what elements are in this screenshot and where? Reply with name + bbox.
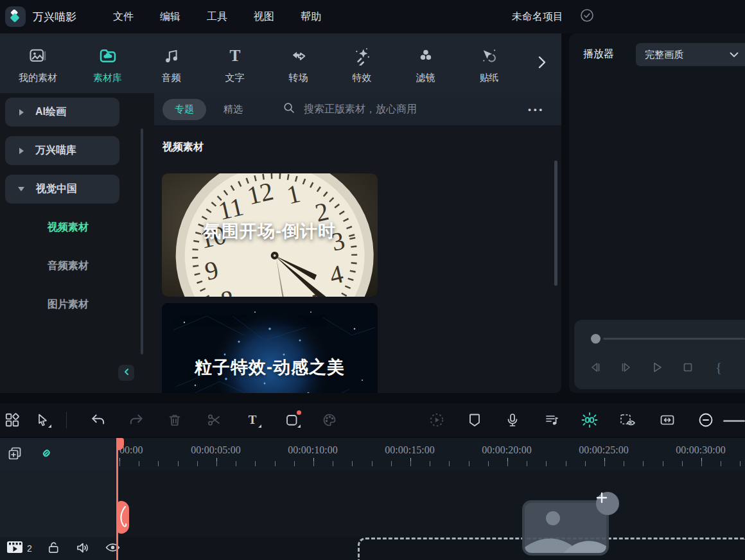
seek-track[interactable] (603, 338, 745, 340)
drag-curve-icon (118, 505, 127, 530)
sidebar-item-image-assets[interactable]: 图片素材 (48, 298, 89, 311)
link-clips-button[interactable] (39, 446, 54, 463)
select-tool-button[interactable] (33, 410, 53, 430)
next-frame-button[interactable] (619, 360, 633, 375)
zoom-out-icon (697, 411, 715, 429)
sidebar-group-label: AI绘画 (35, 105, 66, 119)
music-list-icon (544, 412, 559, 428)
search-icon (283, 102, 295, 116)
sidebar-collapse-button[interactable] (118, 365, 134, 381)
image-placeholder-icon (525, 503, 606, 553)
add-track-button[interactable] (6, 445, 23, 464)
section-title: 视频素材 (162, 141, 204, 154)
sidebar-group-label: 万兴喵库 (35, 144, 76, 157)
tabs-overflow-button[interactable] (536, 33, 557, 93)
play-button[interactable] (650, 360, 664, 375)
stock-video-card[interactable]: 粒子特效-动感之美 (162, 303, 378, 393)
dropdown-corner-icon (48, 424, 51, 428)
timeline-ruler[interactable]: 00:00 00:00:05:00 00:00:10:00 00:00:15:0… (116, 438, 745, 470)
add-marker-button[interactable] (464, 410, 485, 430)
speaker-icon (75, 540, 91, 556)
render-eye-icon (619, 412, 637, 428)
magic-wand-icon (353, 46, 372, 67)
fit-timeline-button[interactable] (657, 410, 678, 430)
sidebar-scrollbar[interactable] (141, 128, 143, 354)
tab-label: 文字 (225, 72, 245, 84)
toolbar-divider (66, 412, 67, 428)
eye-icon (105, 539, 121, 556)
voiceover-button[interactable] (502, 410, 523, 430)
more-options-icon[interactable]: ••• (528, 105, 545, 114)
results-scrollbar[interactable] (554, 161, 557, 286)
sidebar-item-audio-assets[interactable]: 音频素材 (48, 259, 89, 273)
notification-dot (297, 410, 301, 415)
split-clip-button[interactable] (204, 410, 224, 430)
chevron-right-icon (536, 54, 548, 73)
media-library-panel: 我的素材 素材库 音频 (0, 33, 561, 393)
tab-transitions[interactable]: 转场 (267, 33, 330, 93)
library-sidebar: AI绘画 万兴喵库 视觉中国 视频素材 音频素材 图片素材 (0, 93, 154, 393)
stock-library-icon (98, 46, 118, 67)
sidebar-group-vcg[interactable]: 视觉中国 (5, 175, 119, 204)
undo-button[interactable] (88, 410, 109, 430)
menu-item-help[interactable]: 帮助 (301, 10, 321, 24)
playhead-line[interactable] (116, 438, 118, 560)
tab-stock-library[interactable]: 素材库 (76, 33, 139, 93)
mute-track-button[interactable] (75, 540, 91, 557)
chip-topics[interactable]: 专题 (162, 99, 206, 120)
stock-video-card[interactable]: 1212 345 11109 876 氛围开场-倒计时 (162, 173, 378, 297)
mark-in-button[interactable]: { (712, 360, 726, 375)
sidebar-item-video-assets[interactable]: 视频素材 (48, 221, 89, 234)
tab-my-media[interactable]: 我的素材 (0, 33, 76, 93)
editing-toolbar: T (0, 403, 745, 437)
tab-effects[interactable]: 特效 (330, 33, 394, 93)
redo-button[interactable] (126, 410, 146, 430)
tab-filters[interactable]: 滤镜 (394, 33, 457, 93)
app-title: 万兴喵影 (33, 10, 76, 24)
menu-bar: 文件 编辑 工具 视图 帮助 (113, 10, 321, 24)
lock-track-button[interactable] (46, 540, 61, 557)
redo-icon (128, 412, 145, 428)
stop-button[interactable] (681, 360, 695, 375)
svg-text:T: T (229, 46, 240, 64)
card-title: 粒子特效-动感之美 (162, 356, 378, 379)
tab-text[interactable]: T 文字 (203, 33, 267, 93)
search-input[interactable] (302, 103, 498, 116)
ruler-label: 00:00:20:00 (482, 444, 531, 456)
seek-handle[interactable] (591, 334, 600, 344)
previous-frame-button[interactable] (588, 360, 602, 375)
preview-render-button[interactable] (618, 410, 638, 430)
hide-track-button[interactable] (105, 539, 121, 557)
sidebar-group-wondershare-stock[interactable]: 万兴喵库 (5, 136, 119, 165)
menu-item-view[interactable]: 视图 (254, 10, 274, 24)
menu-item-file[interactable]: 文件 (113, 10, 134, 24)
palette-icon (322, 412, 337, 428)
playback-quality-select[interactable]: 完整画质 (636, 43, 745, 66)
ruler-label: 00:00:10:00 (288, 444, 337, 456)
drag-ghost-media[interactable] (522, 500, 609, 556)
magnetic-timeline-button[interactable] (579, 410, 600, 430)
sidebar-group-ai-painting[interactable]: AI绘画 (5, 98, 119, 127)
timeline-zoom-slider[interactable] (723, 420, 745, 422)
render-preview-button[interactable] (426, 410, 447, 430)
tab-stickers[interactable]: 贴纸 (457, 33, 521, 93)
video-track-icon-button[interactable] (6, 541, 23, 556)
menu-item-edit[interactable]: 编辑 (160, 10, 180, 24)
tab-audio[interactable]: 音频 (139, 33, 203, 93)
record-screen-button[interactable] (282, 410, 302, 430)
project-name[interactable]: 未命名项目 (512, 10, 563, 24)
color-palette-button[interactable] (319, 410, 340, 430)
player-panel: 播放器 完整画质 (569, 33, 745, 393)
add-text-button[interactable]: T (243, 410, 263, 430)
playhead-drag-badge[interactable] (116, 501, 129, 534)
video-track-lane[interactable] (116, 470, 745, 537)
chip-featured[interactable]: 精选 (211, 99, 255, 120)
delete-button[interactable] (164, 410, 185, 430)
audio-sync-button[interactable] (541, 410, 562, 430)
layout-grid-button[interactable] (2, 410, 22, 430)
undo-icon (90, 412, 107, 428)
ruler-label: 00:00:25:00 (579, 444, 628, 456)
zoom-out-button[interactable] (696, 410, 716, 430)
menu-item-tools[interactable]: 工具 (207, 10, 227, 24)
chevron-down-icon (18, 187, 24, 191)
